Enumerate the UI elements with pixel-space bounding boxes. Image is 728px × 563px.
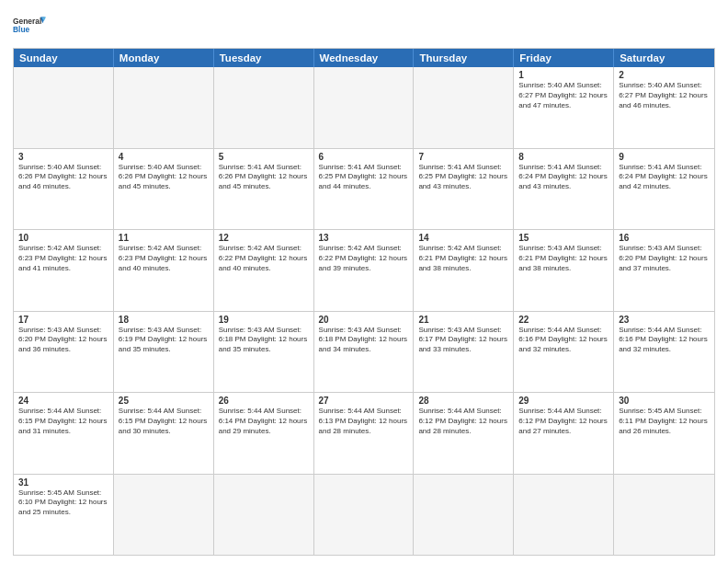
- logo-icon: General Blue: [13, 9, 46, 42]
- day-cell: 19Sunrise: 5:43 AM Sunset: 6:18 PM Dayli…: [214, 312, 314, 393]
- weekday-header-tuesday: Tuesday: [214, 49, 314, 67]
- day-number: 20: [319, 315, 409, 325]
- day-number: 12: [219, 233, 309, 243]
- day-cell: 30Sunrise: 5:45 AM Sunset: 6:11 PM Dayli…: [614, 393, 714, 474]
- weekday-header-saturday: Saturday: [614, 49, 714, 67]
- day-cell: 29Sunrise: 5:44 AM Sunset: 6:12 PM Dayli…: [514, 393, 614, 474]
- day-cell: 31Sunrise: 5:45 AM Sunset: 6:10 PM Dayli…: [14, 475, 114, 556]
- day-cell: 13Sunrise: 5:42 AM Sunset: 6:22 PM Dayli…: [314, 230, 415, 311]
- day-cell: 17Sunrise: 5:43 AM Sunset: 6:20 PM Dayli…: [14, 312, 114, 393]
- logo-container: General Blue: [13, 9, 46, 42]
- day-number: 11: [119, 233, 209, 243]
- day-info: Sunrise: 5:40 AM Sunset: 6:27 PM Dayligh…: [619, 81, 710, 110]
- day-cell: 1Sunrise: 5:40 AM Sunset: 6:27 PM Daylig…: [514, 67, 614, 148]
- day-number: 17: [18, 315, 108, 325]
- day-cell: 23Sunrise: 5:44 AM Sunset: 6:16 PM Dayli…: [614, 312, 714, 393]
- day-cell: 22Sunrise: 5:44 AM Sunset: 6:16 PM Dayli…: [514, 312, 614, 393]
- day-cell: 27Sunrise: 5:44 AM Sunset: 6:13 PM Dayli…: [314, 393, 415, 474]
- day-info: Sunrise: 5:44 AM Sunset: 6:16 PM Dayligh…: [619, 326, 710, 355]
- day-number: 22: [518, 315, 609, 325]
- weekday-header-thursday: Thursday: [414, 49, 514, 67]
- day-cell: 25Sunrise: 5:44 AM Sunset: 6:15 PM Dayli…: [114, 393, 214, 474]
- day-number: 7: [418, 152, 508, 162]
- logo: General Blue: [13, 9, 46, 42]
- day-cell: 10Sunrise: 5:42 AM Sunset: 6:23 PM Dayli…: [14, 230, 114, 311]
- day-cell: [314, 475, 415, 556]
- day-cell: 7Sunrise: 5:41 AM Sunset: 6:25 PM Daylig…: [414, 149, 514, 230]
- day-cell: 26Sunrise: 5:44 AM Sunset: 6:14 PM Dayli…: [214, 393, 314, 474]
- day-cell: 18Sunrise: 5:43 AM Sunset: 6:19 PM Dayli…: [114, 312, 214, 393]
- day-cell: 9Sunrise: 5:41 AM Sunset: 6:24 PM Daylig…: [614, 149, 714, 230]
- day-number: 23: [619, 315, 710, 325]
- day-info: Sunrise: 5:41 AM Sunset: 6:26 PM Dayligh…: [219, 163, 309, 192]
- day-cell: 16Sunrise: 5:43 AM Sunset: 6:20 PM Dayli…: [614, 230, 714, 311]
- weekday-header-friday: Friday: [514, 49, 614, 67]
- calendar-row-3: 17Sunrise: 5:43 AM Sunset: 6:20 PM Dayli…: [14, 311, 714, 393]
- day-info: Sunrise: 5:41 AM Sunset: 6:24 PM Dayligh…: [518, 163, 609, 192]
- day-info: Sunrise: 5:44 AM Sunset: 6:14 PM Dayligh…: [219, 407, 309, 436]
- day-number: 14: [418, 233, 508, 243]
- day-info: Sunrise: 5:45 AM Sunset: 6:10 PM Dayligh…: [18, 488, 108, 518]
- day-info: Sunrise: 5:42 AM Sunset: 6:21 PM Dayligh…: [418, 244, 508, 273]
- day-cell: 15Sunrise: 5:43 AM Sunset: 6:21 PM Dayli…: [514, 230, 614, 311]
- day-cell: 2Sunrise: 5:40 AM Sunset: 6:27 PM Daylig…: [614, 67, 714, 148]
- calendar-header: SundayMondayTuesdayWednesdayThursdayFrid…: [14, 49, 714, 67]
- day-info: Sunrise: 5:41 AM Sunset: 6:25 PM Dayligh…: [319, 163, 409, 192]
- calendar-row-4: 24Sunrise: 5:44 AM Sunset: 6:15 PM Dayli…: [14, 392, 714, 474]
- day-number: 29: [518, 396, 609, 406]
- weekday-header-wednesday: Wednesday: [314, 49, 415, 67]
- day-number: 28: [418, 396, 508, 406]
- day-info: Sunrise: 5:44 AM Sunset: 6:12 PM Dayligh…: [418, 407, 508, 436]
- day-info: Sunrise: 5:40 AM Sunset: 6:26 PM Dayligh…: [119, 163, 209, 192]
- day-cell: [14, 67, 114, 148]
- day-info: Sunrise: 5:40 AM Sunset: 6:26 PM Dayligh…: [18, 163, 108, 192]
- day-info: Sunrise: 5:43 AM Sunset: 6:17 PM Dayligh…: [418, 326, 508, 355]
- day-cell: 8Sunrise: 5:41 AM Sunset: 6:24 PM Daylig…: [514, 149, 614, 230]
- day-number: 8: [518, 152, 609, 162]
- day-cell: [414, 475, 514, 556]
- day-number: 25: [119, 396, 209, 406]
- day-cell: [514, 475, 614, 556]
- header: General Blue: [13, 9, 715, 42]
- day-info: Sunrise: 5:42 AM Sunset: 6:23 PM Dayligh…: [18, 244, 108, 273]
- day-info: Sunrise: 5:42 AM Sunset: 6:22 PM Dayligh…: [319, 244, 409, 273]
- day-number: 13: [319, 233, 409, 243]
- day-number: 10: [18, 233, 108, 243]
- day-number: 3: [18, 152, 108, 162]
- day-number: 26: [219, 396, 309, 406]
- day-cell: 14Sunrise: 5:42 AM Sunset: 6:21 PM Dayli…: [414, 230, 514, 311]
- day-info: Sunrise: 5:44 AM Sunset: 6:13 PM Dayligh…: [319, 407, 409, 436]
- day-number: 2: [619, 70, 710, 80]
- day-number: 15: [518, 233, 609, 243]
- day-info: Sunrise: 5:44 AM Sunset: 6:15 PM Dayligh…: [119, 407, 209, 436]
- day-cell: 5Sunrise: 5:41 AM Sunset: 6:26 PM Daylig…: [214, 149, 314, 230]
- day-info: Sunrise: 5:43 AM Sunset: 6:20 PM Dayligh…: [18, 326, 108, 355]
- calendar-row-5: 31Sunrise: 5:45 AM Sunset: 6:10 PM Dayli…: [14, 474, 714, 556]
- day-cell: 24Sunrise: 5:44 AM Sunset: 6:15 PM Dayli…: [14, 393, 114, 474]
- day-cell: 12Sunrise: 5:42 AM Sunset: 6:22 PM Dayli…: [214, 230, 314, 311]
- day-info: Sunrise: 5:44 AM Sunset: 6:16 PM Dayligh…: [518, 326, 609, 355]
- day-number: 30: [619, 396, 710, 406]
- day-info: Sunrise: 5:43 AM Sunset: 6:19 PM Dayligh…: [119, 326, 209, 355]
- calendar-body: 1Sunrise: 5:40 AM Sunset: 6:27 PM Daylig…: [14, 67, 714, 555]
- weekday-header-sunday: Sunday: [14, 49, 114, 67]
- day-cell: 6Sunrise: 5:41 AM Sunset: 6:25 PM Daylig…: [314, 149, 415, 230]
- day-cell: 28Sunrise: 5:44 AM Sunset: 6:12 PM Dayli…: [414, 393, 514, 474]
- day-cell: 4Sunrise: 5:40 AM Sunset: 6:26 PM Daylig…: [114, 149, 214, 230]
- calendar-row-0: 1Sunrise: 5:40 AM Sunset: 6:27 PM Daylig…: [14, 67, 714, 148]
- day-number: 4: [119, 152, 209, 162]
- day-cell: [614, 475, 714, 556]
- day-cell: [214, 67, 314, 148]
- calendar-row-2: 10Sunrise: 5:42 AM Sunset: 6:23 PM Dayli…: [14, 229, 714, 311]
- page: General Blue SundayMondayTuesdayWednesda…: [0, 0, 728, 563]
- day-info: Sunrise: 5:40 AM Sunset: 6:27 PM Dayligh…: [518, 81, 609, 110]
- day-cell: [214, 475, 314, 556]
- day-info: Sunrise: 5:42 AM Sunset: 6:22 PM Dayligh…: [219, 244, 309, 273]
- day-info: Sunrise: 5:41 AM Sunset: 6:25 PM Dayligh…: [418, 163, 508, 192]
- day-number: 9: [619, 152, 710, 162]
- day-info: Sunrise: 5:44 AM Sunset: 6:15 PM Dayligh…: [18, 407, 108, 436]
- day-cell: [114, 67, 214, 148]
- day-number: 31: [18, 477, 108, 488]
- weekday-header-monday: Monday: [114, 49, 214, 67]
- day-number: 24: [18, 396, 108, 406]
